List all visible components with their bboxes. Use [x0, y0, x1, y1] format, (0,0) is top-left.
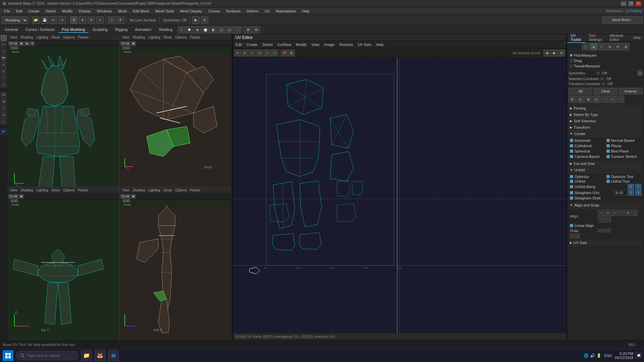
tool-camera[interactable]: 📷 [1, 55, 7, 61]
vp2-view[interactable]: View [121, 36, 130, 39]
vp1-show[interactable]: Show [50, 36, 61, 39]
toolbar-move[interactable]: ✛ [79, 16, 86, 24]
auto-label[interactable]: Automatic [575, 138, 591, 142]
pick-marquee-item[interactable]: Pick/Marquee [569, 53, 643, 58]
menu-windows[interactable]: Windows [94, 8, 115, 14]
menu-create[interactable]: Create [26, 8, 42, 14]
toolbar-scale[interactable]: ⤡ [96, 16, 104, 24]
user-account[interactable]: David Brenn... [602, 16, 643, 24]
optimize-label[interactable]: Optimize [575, 175, 605, 179]
uv-sets-section[interactable]: ▶ UV Sets [569, 240, 643, 246]
vp1-tb1[interactable]: ⬡ [8, 41, 13, 46]
straighten-uvs-label[interactable]: Straighten UVs [575, 191, 612, 195]
uv-space-btn3[interactable]: ⬡ [598, 43, 605, 50]
start-button[interactable] [3, 350, 13, 361]
modeling-dropdown[interactable]: Modeling [1, 16, 28, 24]
toolbar-open[interactable]: 📂 [32, 16, 40, 24]
tool-m[interactable]: M [1, 129, 7, 135]
tab-general[interactable]: General [1, 27, 21, 33]
toolbar-rotate[interactable]: ↻ [88, 16, 95, 24]
vp1-tb4[interactable]: ◉ [24, 41, 29, 46]
uv-tb-sel1[interactable]: ▢ [256, 50, 263, 56]
uv-tb-pin[interactable]: 📌 [281, 50, 287, 56]
tool-rotate[interactable]: ↻ [1, 68, 7, 74]
align-center-v[interactable]: ⊞ [625, 210, 631, 216]
poly-tool-3[interactable]: ◈ [194, 26, 201, 34]
uv-tb-sel3[interactable]: ⬡ [271, 50, 278, 56]
toolbar-save[interactable]: 💾 [41, 16, 48, 24]
menu-edit-mesh[interactable]: Edit Mesh [130, 8, 152, 14]
snap-cb1[interactable] [598, 229, 601, 232]
symmetry-icon[interactable]: ⊡ [637, 70, 643, 76]
tweak-marquee-item[interactable]: Tweak/Marquee [569, 63, 643, 69]
sel-icon2[interactable]: ⊟ [577, 96, 584, 103]
tab-sculpting[interactable]: Sculpting [89, 27, 111, 33]
sel-icon6[interactable]: ✂ [609, 96, 616, 103]
vp4-tb3[interactable]: ▣ [131, 194, 136, 199]
notification-btn[interactable]: 💬 [636, 353, 641, 358]
vp3-lighting[interactable]: Lighting [35, 188, 49, 192]
restore-button[interactable]: ❐ [628, 1, 634, 6]
toolbar-camera[interactable]: 🎥 [108, 16, 115, 24]
vp3-tb2[interactable]: ◈ [14, 194, 18, 199]
menu-modify[interactable]: Modify [59, 8, 75, 14]
unfold-tool-label[interactable]: Unfold Tool [611, 179, 642, 183]
poly-tool-6[interactable]: ◫ [218, 26, 225, 34]
poly-tool-4[interactable]: ⬤ [202, 26, 209, 34]
vp4-view[interactable]: View [121, 188, 130, 192]
unfold-section[interactable]: ▼ Unfold [569, 167, 643, 173]
snap-icon2[interactable]: | [575, 234, 580, 238]
vp3-tb3[interactable]: ▣ [19, 194, 24, 199]
tool-poly[interactable]: ⬡ [1, 82, 7, 88]
uv-tb-move[interactable]: ✛ [234, 50, 241, 56]
toolbar-snap-grid[interactable]: # [117, 16, 124, 24]
menu-mesh-display[interactable]: Mesh Display [177, 8, 205, 14]
menu-marketplace[interactable]: Marketplace [273, 8, 299, 14]
optimize-tool-label[interactable]: Optimize Tool [611, 175, 642, 179]
inverse-button[interactable]: Inverse [619, 88, 643, 95]
clear-button[interactable]: Clear [594, 88, 618, 95]
uv-tex-zoom[interactable]: ⊕ [558, 50, 565, 56]
vp4-lighting[interactable]: Lighting [147, 188, 161, 192]
drag-item[interactable]: Drag [569, 58, 643, 63]
snap-icon1[interactable]: — [570, 234, 575, 238]
sel-icon4[interactable]: ⊡ [593, 96, 600, 103]
menu-help[interactable]: Help [299, 8, 312, 14]
toolbar-select[interactable]: ✦ [70, 16, 77, 24]
align-right[interactable]: ⊢ [611, 210, 618, 216]
poly-tool-5[interactable]: ◧ [210, 26, 217, 34]
uv-menu-edit[interactable]: Edit [234, 43, 243, 47]
menu-mesh[interactable]: Mesh [115, 8, 129, 14]
transform-constraint-arrow[interactable] [602, 82, 605, 85]
rp-tab-tool-settings[interactable]: Tool Settings [585, 33, 606, 43]
rp-tab-toolkit[interactable]: UV Toolkit [567, 33, 585, 43]
straight-v-btn[interactable]: V [635, 190, 641, 195]
menu-deform[interactable]: Deform [244, 8, 261, 14]
uv-menu-uvsets[interactable]: UV Sets [356, 43, 372, 47]
sel-icon7[interactable]: ⋯ [617, 96, 624, 103]
tool-scale[interactable]: ⤡ [1, 75, 7, 81]
vp1-options[interactable]: Options [62, 36, 75, 39]
uv-tex-next[interactable]: ▶ [551, 50, 557, 56]
uv-menu-help[interactable]: Help [375, 43, 385, 47]
normal-label[interactable]: Normal-Based [611, 138, 635, 142]
vp2-lighting[interactable]: Lighting [147, 36, 161, 39]
straight-u-btn[interactable]: U [628, 190, 634, 195]
uv-space-btn4[interactable]: ⊞ [606, 43, 613, 50]
tool-paint[interactable]: ✏ [1, 42, 7, 48]
align-snap-section[interactable]: ▼ Align and Snap [569, 202, 643, 208]
snap-cb3[interactable] [607, 229, 611, 232]
selection-constraint-arrow[interactable] [601, 77, 603, 80]
poly-tool-8[interactable]: ⬛ [234, 26, 241, 34]
uv-menu-image[interactable]: Image [323, 43, 336, 47]
uv-menu-create[interactable]: Create [245, 43, 259, 47]
toolbar-pause[interactable]: ⏸ [201, 16, 208, 24]
align-top[interactable]: ⊤ [618, 210, 624, 216]
align-distribute-v[interactable]: ⋯ [605, 217, 611, 223]
uv-menu-cutsew[interactable]: Cut/Sew [276, 43, 293, 47]
vp2-shading[interactable]: Shading [132, 36, 146, 39]
tool-lasso[interactable]: ∿ [1, 48, 7, 54]
uv-tex-prev[interactable]: ◀ [543, 50, 550, 56]
vp2-tb2[interactable]: ◈ [126, 41, 130, 46]
straighten-shell-label[interactable]: Straighten Shell [575, 196, 641, 200]
